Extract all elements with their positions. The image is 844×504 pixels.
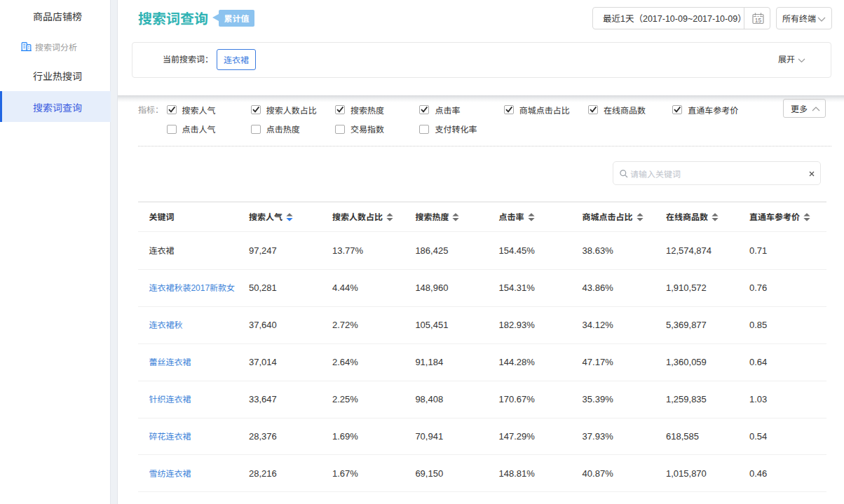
svg-text:15: 15 — [755, 17, 762, 24]
